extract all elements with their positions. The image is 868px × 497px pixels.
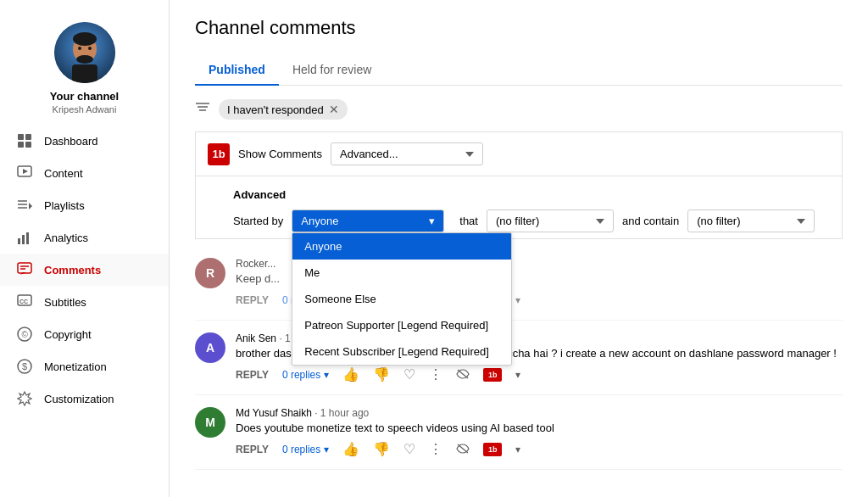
show-comments-select[interactable]: Advanced... [331,142,483,165]
hide-icon[interactable] [456,367,470,383]
sidebar-item-analytics[interactable]: Analytics [0,221,169,254]
dashboard-icon [17,133,32,148]
dropdown-option-recent-sub[interactable]: Recent Subscriber [Legend Required] [292,338,511,365]
sidebar-item-comments[interactable]: Comments [0,254,169,286]
subtitles-icon: CC [17,294,32,310]
dropdown-option-patreon[interactable]: Patreon Supporter [Legend Required] [292,312,511,338]
comment-author: Anik Sen [236,332,276,344]
replies-count[interactable]: 0 replies ▾ [282,444,329,455]
heart-icon[interactable]: ♡ [403,366,415,383]
comment-author: Rocker... [236,258,275,270]
that-label: that [459,209,478,233]
thumbs-up-icon[interactable]: 👍 [342,366,359,383]
svg-point-5 [78,47,81,50]
more-icon[interactable]: ⋮ [429,441,442,457]
comment-avatar: A [195,332,225,363]
reply-button[interactable]: REPLY [236,294,269,306]
comment-avatar: R [195,258,225,288]
copyright-label: Copyright [44,328,92,341]
chevron-brand-icon: ▾ [515,294,520,306]
svg-rect-18 [22,235,25,244]
comment-item: M Md Yusuf Shaikh · 1 hour ago Does yout… [195,395,843,470]
channel-name: Your channel [50,90,119,103]
dropdown-chevron-icon: ▾ [429,215,435,227]
comment-actions: REPLY 0 replies ▾ 👍 👎 ♡ ⋮ 1b ▾ [236,366,837,383]
subtitles-label: Subtitles [44,296,86,309]
thumbs-up-icon[interactable]: 👍 [342,441,359,457]
svg-marker-16 [29,203,32,209]
svg-rect-1 [72,64,97,83]
tab-held[interactable]: Held for review [279,54,385,85]
filter-icon[interactable] [195,100,210,119]
dropdown-selected-value: Anyone [301,215,338,227]
comments-icon [17,262,32,277]
tabs-bar: Published Held for review [195,54,843,86]
comment-meta: Md Yusuf Shaikh · 1 hour ago [236,407,554,419]
contain-filter-select[interactable]: (no filter) [687,209,815,232]
filter-row: Started by Anyone ▾ Anyone Me Someone El… [233,209,830,233]
channel-info: Your channel Kripesh Adwani [0,8,169,125]
contain-label: and contain [622,209,679,233]
show-comments-label: Show Comments [238,148,322,160]
replies-count[interactable]: 0 replies ▾ [282,369,329,381]
brand-action-icon[interactable]: 1b [483,443,502,456]
brand-action-icon[interactable]: 1b [483,368,502,382]
svg-rect-17 [18,238,20,244]
sidebar-item-playlists[interactable]: Playlists [0,189,169,221]
avatar [54,22,115,83]
customization-label: Customization [44,393,114,405]
comment-actions: REPLY 0 replies ▾ 👍 👎 ♡ ⋮ 1b ▾ [236,441,554,457]
dropdown-option-me[interactable]: Me [292,260,511,286]
svg-point-6 [88,47,92,50]
main-content: Channel comments Published Held for revi… [170,0,868,497]
started-by-dropdown: Anyone ▾ Anyone Me Someone Else Patreon … [292,209,444,232]
analytics-label: Analytics [44,232,88,244]
thumbs-down-icon[interactable]: 👎 [373,441,390,457]
comment-avatar: M [195,407,225,438]
advanced-title: Advanced [233,188,830,201]
more-icon[interactable]: ⋮ [429,366,442,383]
dropdown-option-someone-else[interactable]: Someone Else [292,286,511,312]
sidebar-item-monetization[interactable]: $ Monetization [0,350,169,383]
sidebar-item-customization[interactable]: Customization [0,383,169,415]
heart-icon[interactable]: ♡ [403,441,415,457]
dropdown-option-anyone[interactable]: Anyone [292,233,511,260]
copyright-icon: © [17,327,32,342]
thumbs-down-icon[interactable]: 👎 [373,366,390,383]
advanced-section: Advanced Started by Anyone ▾ Anyone Me S… [195,176,843,239]
chevron-brand-icon: ▾ [515,369,520,381]
page-title: Channel comments [195,17,843,39]
logo-badge: 1b [208,143,230,165]
comment-time: · 1 hour ago [314,407,369,419]
sidebar-item-dashboard[interactable]: Dashboard [0,125,169,157]
svg-rect-10 [25,142,31,148]
content-icon [17,165,32,181]
tab-published[interactable]: Published [195,54,279,85]
reply-button[interactable]: REPLY [236,444,269,455]
svg-point-3 [73,32,97,46]
svg-rect-20 [18,263,31,273]
svg-marker-12 [23,169,28,174]
playlists-icon [17,198,32,213]
svg-rect-9 [18,142,24,148]
show-comments-row: 1b Show Comments Advanced... [195,131,843,176]
svg-rect-7 [18,134,24,140]
chevron-down-icon: ▾ [324,444,329,455]
dropdown-trigger[interactable]: Anyone ▾ [292,209,444,232]
sidebar: Your channel Kripesh Adwani Dashboard Co… [0,0,170,497]
comment-text: Does youtube monetize text to speech vid… [236,422,554,434]
channel-subtitle: Kripesh Adwani [53,104,117,114]
svg-text:$: $ [22,361,27,371]
reply-button[interactable]: REPLY [236,369,269,381]
comment-body: Md Yusuf Shaikh · 1 hour ago Does youtub… [236,407,554,457]
hide-icon[interactable] [456,442,470,457]
nav-items: Dashboard Content Playlists Analytics Co… [0,125,169,415]
sidebar-item-content[interactable]: Content [0,157,169,189]
sidebar-item-subtitles[interactable]: CC Subtitles [0,286,169,318]
playlists-label: Playlists [44,199,85,212]
comment-author: Md Yusuf Shaikh [236,407,312,419]
filter-chip-close[interactable]: ✕ [329,103,339,116]
started-by-label: Started by [233,209,283,233]
that-filter-select[interactable]: (no filter) [487,209,614,232]
sidebar-item-copyright[interactable]: © Copyright [0,318,169,350]
